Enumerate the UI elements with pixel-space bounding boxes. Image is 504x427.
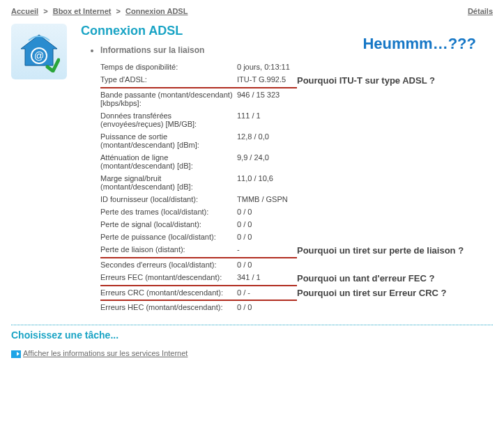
content: @ Connexion ADSL Informations sur la lia… (11, 24, 493, 313)
info-label: Puissance de sortie (montant/descendant)… (100, 130, 237, 151)
annotation: Pourquoi un tiret sur Erreur CRC ? (297, 286, 468, 300)
house-at-icon: @ (11, 24, 67, 79)
info-row: Perte de puissance (local/distant):0 / 0 (100, 231, 468, 243)
breadcrumb: Accueil > Bbox et Internet > Connexion A… (11, 7, 188, 15)
info-label: Erreurs CRC (montant/descendant): (100, 286, 237, 300)
info-value: 0 / 0 (237, 300, 297, 313)
info-table: Temps de disponibilité:0 jours, 0:13:11T… (100, 61, 468, 313)
breadcrumb-adsl[interactable]: Connexion ADSL (125, 7, 188, 15)
annotation: Pourquoi un tant d'erreur FEC ? (297, 271, 468, 286)
info-row: Marge signal/bruit (montant/descendant) … (100, 172, 468, 193)
info-row: Erreurs FEC (montant/descendant):341 / 1… (100, 271, 468, 286)
info-row: Données transférées (envoyées/reçues) [M… (100, 109, 468, 130)
annotation (297, 258, 468, 271)
breadcrumb-sep: > (43, 7, 47, 15)
info-value: 0 / 0 (237, 231, 297, 243)
annotation (297, 218, 468, 231)
info-value: 0 jours, 0:13:11 (237, 61, 297, 73)
info-row: Atténuation de ligne (montant/descendant… (100, 151, 468, 172)
info-row: Bande passante (montant/descendant) [kbp… (100, 88, 468, 109)
info-label: Atténuation de ligne (montant/descendant… (100, 151, 237, 172)
info-label: Marge signal/bruit (montant/descendant) … (100, 172, 237, 193)
top-bar: Accueil > Bbox et Internet > Connexion A… (11, 7, 493, 15)
annotation (297, 172, 468, 193)
arrow-icon (11, 350, 21, 358)
annotation-heummm: Heummm…??? (362, 35, 476, 53)
annotation (297, 205, 468, 218)
annotation (297, 193, 468, 205)
info-value: 111 / 1 (237, 109, 297, 130)
breadcrumb-bbox[interactable]: Bbox et Internet (53, 7, 112, 15)
annotation: Pourquoi un tiret sur perte de liaison ? (297, 243, 468, 258)
info-row: Temps de disponibilité:0 jours, 0:13:11 (100, 61, 468, 73)
info-value: 0 / 0 (237, 205, 297, 218)
info-label: Perte de puissance (local/distant): (100, 231, 237, 243)
annotation (297, 88, 468, 109)
annotation: Pourquoi ITU-T sur type ADSL ? (297, 73, 468, 88)
info-row: Puissance de sortie (montant/descendant)… (100, 130, 468, 151)
info-value: TMMB / GSPN (237, 193, 297, 205)
info-label: Erreurs HEC (montant/descendant): (100, 300, 237, 313)
task-title: Choisissez une tâche... (11, 329, 493, 341)
info-label: Secondes d'erreurs (local/distant): (100, 258, 237, 271)
info-value: 11,0 / 10,6 (237, 172, 297, 193)
divider (11, 325, 493, 325)
info-label: Perte de liaison (distant): (100, 243, 237, 258)
info-value: 0 / 0 (237, 258, 297, 271)
info-value: 946 / 15 323 (237, 88, 297, 109)
task-link-row: Afficher les informations sur les servic… (11, 349, 493, 358)
svg-text:@: @ (34, 50, 44, 61)
annotation (297, 130, 468, 151)
annotation (297, 109, 468, 130)
info-value: 0 / - (237, 286, 297, 300)
info-row: Type d'ADSL:ITU-T G.992.5Pourquoi ITU-T … (100, 73, 468, 88)
info-label: Temps de disponibilité: (100, 61, 237, 73)
info-value: ITU-T G.992.5 (237, 73, 297, 88)
annotation (297, 231, 468, 243)
annotation (297, 151, 468, 172)
info-label: ID fournisseur (local/distant): (100, 193, 237, 205)
breadcrumb-home[interactable]: Accueil (11, 7, 38, 15)
services-internet-link[interactable]: Afficher les informations sur les servic… (23, 349, 188, 357)
breadcrumb-sep: > (116, 7, 121, 15)
info-row: Erreurs HEC (montant/descendant):0 / 0 (100, 300, 468, 313)
info-row: ID fournisseur (local/distant):TMMB / GS… (100, 193, 468, 205)
info-value: 12,8 / 0,0 (237, 130, 297, 151)
info-row: Perte de liaison (distant):-Pourquoi un … (100, 243, 468, 258)
info-label: Type d'ADSL: (100, 73, 237, 88)
annotation (297, 61, 468, 73)
info-row: Secondes d'erreurs (local/distant):0 / 0 (100, 258, 468, 271)
info-label: Perte des trames (local/distant): (100, 205, 237, 218)
info-value: 9,9 / 24,0 (237, 151, 297, 172)
info-label: Perte de signal (local/distant): (100, 218, 237, 231)
info-label: Données transférées (envoyées/reçues) [M… (100, 109, 237, 130)
main: Connexion ADSL Informations sur la liais… (81, 24, 493, 313)
annotation (297, 300, 468, 313)
info-label: Erreurs FEC (montant/descendant): (100, 271, 237, 286)
info-row: Perte des trames (local/distant):0 / 0 (100, 205, 468, 218)
info-row: Erreurs CRC (montant/descendant):0 / -Po… (100, 286, 468, 300)
info-value: - (237, 243, 297, 258)
info-row: Perte de signal (local/distant):0 / 0 (100, 218, 468, 231)
info-label: Bande passante (montant/descendant) [kbp… (100, 88, 237, 109)
page-icon-box: @ (11, 24, 67, 313)
details-link[interactable]: Détails (468, 7, 493, 15)
info-value: 0 / 0 (237, 218, 297, 231)
info-value: 341 / 1 (237, 271, 297, 286)
